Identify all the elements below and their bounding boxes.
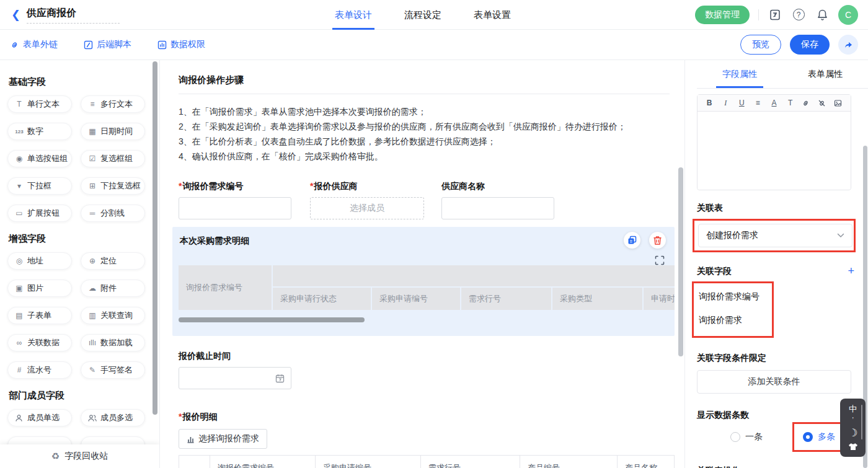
field-item-serial-number[interactable]: #流水号 bbox=[7, 361, 72, 379]
italic-icon[interactable]: I bbox=[720, 99, 730, 108]
subtable-col[interactable]: 需求行号 bbox=[461, 288, 551, 310]
quote-col[interactable]: 询报价需求编号 bbox=[210, 456, 316, 468]
link-icon bbox=[10, 40, 19, 50]
field-item-extend-button[interactable]: ▭扩展按钮 bbox=[7, 205, 72, 222]
tab-form-design[interactable]: 表单设计 bbox=[335, 0, 372, 30]
field-item-multi-dropdown[interactable]: ⊞下拉复选框 bbox=[81, 177, 145, 195]
field-item-multi-text[interactable]: ≡多行文本 bbox=[81, 95, 145, 113]
ime-chinese-mode-icon[interactable]: 中 bbox=[849, 405, 857, 413]
field-item-number[interactable]: 123数字 bbox=[7, 123, 72, 140]
quote-col[interactable]: 产品名称 bbox=[618, 456, 675, 468]
subtable-col[interactable]: 申请时间 bbox=[644, 288, 675, 310]
field-item-relate-query[interactable]: ▥关联查询 bbox=[81, 307, 145, 324]
subtable-horizontal-scrollbar[interactable] bbox=[179, 317, 365, 322]
save-button[interactable]: 保存 bbox=[790, 35, 830, 55]
field-item-relate-data[interactable]: ∞关联数据 bbox=[7, 334, 72, 351]
data-permission-link[interactable]: 数据权限 bbox=[157, 39, 205, 50]
required-asterisk: * bbox=[179, 412, 182, 422]
ime-skin-icon[interactable] bbox=[848, 443, 858, 451]
field-item-data-load[interactable]: ıllı数据加载 bbox=[81, 334, 145, 351]
subtable-col[interactable]: 采购类型 bbox=[552, 288, 642, 310]
back-icon[interactable]: ❮ bbox=[11, 9, 20, 20]
data-load-chart-icon: ıllı bbox=[88, 338, 97, 347]
relate-field-item[interactable]: 询报价需求 bbox=[699, 312, 772, 330]
sidebar-scrollbar[interactable] bbox=[153, 61, 157, 415]
field-item-member-single[interactable]: 成员单选 bbox=[7, 409, 72, 426]
field-quote-supplier[interactable]: *报价供应商 选择成员 bbox=[310, 181, 423, 219]
field-item-attachment[interactable]: ☁附件 bbox=[81, 280, 145, 297]
page-title[interactable]: 供应商报价 bbox=[27, 6, 120, 24]
insert-link-icon[interactable] bbox=[802, 99, 812, 107]
copy-icon bbox=[627, 236, 637, 245]
preview-button[interactable]: 预览 bbox=[740, 35, 781, 55]
relate-fields-annotation: 询报价需求编号 询报价需求 bbox=[692, 281, 774, 338]
field-item-radio-group[interactable]: ◉单选按钮组 bbox=[7, 150, 72, 167]
select-demand-button[interactable]: 选择询报价需求 bbox=[179, 429, 267, 449]
field-item-location[interactable]: ⊕定位 bbox=[81, 252, 145, 270]
subtable-col-demand-number[interactable]: 询报价需求编号 bbox=[179, 265, 272, 310]
quote-col[interactable]: 产品编号 bbox=[520, 456, 618, 468]
expand-icon[interactable] bbox=[655, 255, 665, 265]
add-relate-field-icon[interactable]: + bbox=[848, 265, 854, 278]
relate-field-item[interactable]: 询报价需求编号 bbox=[699, 288, 772, 306]
subtable-group-header[interactable] bbox=[273, 265, 675, 286]
field-recycle-bin[interactable]: ♻ 字段回收站 bbox=[0, 444, 159, 468]
subtable-col[interactable]: 采购申请行状态 bbox=[273, 288, 371, 310]
field-supplier-name[interactable]: 供应商名称 bbox=[441, 181, 554, 219]
radio-option-single[interactable]: 一条 bbox=[730, 431, 763, 443]
underline-icon[interactable]: U bbox=[737, 99, 746, 107]
ime-toolbar[interactable]: 中 ’ ☽ bbox=[840, 399, 866, 457]
tab-flow-settings[interactable]: 流程设定 bbox=[404, 0, 441, 30]
purchase-demand-subtable-panel[interactable]: 本次采购需求明细 询报价需求编号 bbox=[172, 227, 675, 336]
field-item-image[interactable]: ▣图片 bbox=[7, 280, 72, 297]
field-item-member-multi[interactable]: 成员多选 bbox=[81, 409, 145, 426]
backend-script-link[interactable]: 后端脚本 bbox=[84, 39, 131, 50]
deadline-date-input[interactable] bbox=[179, 367, 291, 389]
ime-moon-icon[interactable]: ☽ bbox=[848, 428, 857, 438]
add-condition-button[interactable]: 添加关联条件 bbox=[697, 370, 851, 394]
field-demand-number[interactable]: *询报价需求编号 bbox=[179, 181, 291, 219]
data-manage-button[interactable]: 数据管理 bbox=[695, 6, 750, 24]
notification-bell-icon[interactable] bbox=[815, 7, 830, 22]
rte-editor-area[interactable] bbox=[698, 112, 851, 190]
avatar[interactable]: C bbox=[838, 5, 858, 25]
ime-punctuation-icon[interactable]: ’ bbox=[852, 417, 853, 423]
select-member-picker[interactable]: 选择成员 bbox=[310, 197, 424, 219]
quote-col[interactable]: 需求行号 bbox=[421, 456, 520, 468]
field-item-datetime[interactable]: ▦日期时间 bbox=[81, 123, 145, 140]
supplier-name-input[interactable] bbox=[441, 197, 554, 219]
steps-section-title[interactable]: 询报价操作步骤 bbox=[179, 60, 670, 94]
radio-option-multiple[interactable]: 多条 bbox=[792, 422, 846, 452]
font-color-icon[interactable]: A bbox=[769, 99, 779, 107]
canvas-scrollbar[interactable] bbox=[678, 167, 683, 356]
tab-field-properties[interactable]: 字段属性 bbox=[697, 60, 782, 88]
field-item-subform[interactable]: ▤子表单 bbox=[7, 307, 72, 324]
tab-form-properties[interactable]: 表单属性 bbox=[782, 60, 868, 88]
field-item-divider[interactable]: ═分割线 bbox=[81, 205, 145, 222]
demand-number-input[interactable] bbox=[179, 197, 291, 219]
field-item-dropdown[interactable]: ▾下拉框 bbox=[7, 177, 72, 195]
field-item-address[interactable]: ◎地址 bbox=[7, 252, 72, 270]
share-button[interactable] bbox=[838, 35, 858, 55]
help-icon[interactable]: ? bbox=[791, 7, 806, 22]
rich-text-editor[interactable]: B I U ≡ A T bbox=[697, 94, 851, 190]
subtable-col[interactable]: 采购申请编号 bbox=[372, 288, 460, 310]
bold-icon[interactable]: B bbox=[704, 99, 714, 107]
tab-form-settings[interactable]: 表单设置 bbox=[474, 0, 511, 30]
copy-field-button[interactable] bbox=[624, 232, 640, 249]
field-item-signature[interactable]: ✎手写签名 bbox=[81, 361, 145, 379]
quote-col-index[interactable] bbox=[179, 456, 210, 468]
quote-col[interactable]: 采购申请编号 bbox=[316, 456, 421, 468]
align-icon[interactable]: ≡ bbox=[753, 99, 763, 107]
language-icon[interactable] bbox=[768, 7, 782, 22]
field-item-checkbox-group[interactable]: ☑复选框组 bbox=[81, 150, 145, 167]
field-item-single-text[interactable]: T单行文本 bbox=[7, 95, 72, 113]
form-external-link[interactable]: 表单外链 bbox=[10, 39, 58, 50]
remove-link-icon[interactable] bbox=[818, 99, 828, 107]
delete-field-button[interactable] bbox=[649, 232, 666, 249]
steps-text-block[interactable]: 1、在「询报价需求」表单从需求池中选择本次要询报价的需求； 2、在「采购发起询价… bbox=[179, 104, 670, 164]
insert-image-icon[interactable] bbox=[834, 99, 844, 107]
table-ops-label: 关联表操作 bbox=[697, 466, 868, 468]
font-size-icon[interactable]: T bbox=[786, 99, 795, 107]
relate-table-select[interactable]: 创建报价需求 bbox=[698, 224, 852, 247]
